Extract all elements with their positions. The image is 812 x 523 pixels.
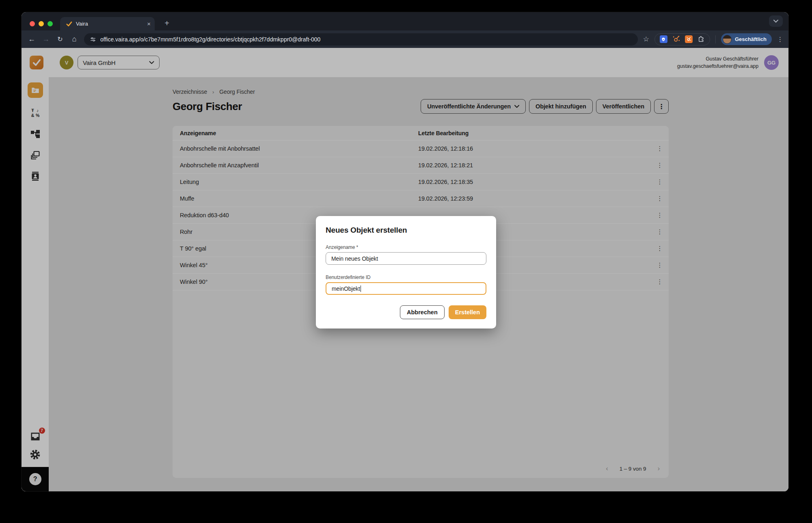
custom-id-label: Benutzerdefinierte ID bbox=[326, 274, 486, 280]
site-settings-icon bbox=[90, 36, 96, 43]
create-object-dialog: Neues Objekt erstellen Anzeigename * Mei… bbox=[316, 216, 496, 328]
profile-avatar bbox=[723, 35, 732, 44]
cancel-button[interactable]: Abbrechen bbox=[400, 305, 445, 319]
reload-button[interactable]: ↻ bbox=[56, 35, 65, 43]
forward-button[interactable]: → bbox=[41, 35, 50, 43]
profile-label: Geschäftlich bbox=[735, 36, 767, 42]
chevron-down-icon bbox=[773, 19, 778, 23]
tab-title: Vaira bbox=[76, 21, 143, 27]
browser-menu-kebab-icon[interactable]: ⋮ bbox=[777, 36, 783, 43]
extension-shield-icon[interactable] bbox=[660, 35, 667, 43]
extension-sprocket-icon[interactable] bbox=[672, 35, 680, 43]
minimize-window-button[interactable] bbox=[39, 21, 44, 26]
extension-orange-sprocket-icon[interactable] bbox=[685, 35, 693, 43]
browser-window: Vaira × + ← → ↻ ⌂ office.vaira.app/o/c7b… bbox=[22, 12, 788, 491]
text-caret bbox=[361, 285, 361, 292]
create-button[interactable]: Erstellen bbox=[449, 305, 486, 319]
pinned-extensions bbox=[654, 33, 710, 45]
maximize-window-button[interactable] bbox=[48, 21, 53, 26]
browser-profile-chip[interactable]: Geschäftlich bbox=[721, 33, 772, 45]
tab-strip: Vaira × + bbox=[22, 12, 788, 30]
vaira-favicon-icon bbox=[66, 21, 72, 27]
home-button[interactable]: ⌂ bbox=[70, 35, 79, 43]
url-text: office.vaira.app/o/c7be7mnm5f1rdro8tg2g/… bbox=[100, 36, 320, 43]
extensions-puzzle-icon[interactable] bbox=[698, 36, 705, 43]
vaira-app: V Vaira GmbH Gustav Geschäftsführer gust… bbox=[22, 48, 788, 491]
window-controls bbox=[30, 21, 53, 26]
bookmark-star-icon[interactable]: ☆ bbox=[643, 35, 649, 43]
address-bar[interactable]: office.vaira.app/o/c7be7mnm5f1rdro8tg2g/… bbox=[84, 33, 638, 45]
tab-close-icon[interactable]: × bbox=[147, 21, 151, 27]
new-tab-button[interactable]: + bbox=[161, 17, 173, 29]
back-button[interactable]: ← bbox=[27, 35, 36, 43]
close-window-button[interactable] bbox=[30, 21, 35, 26]
display-name-label: Anzeigename * bbox=[326, 244, 486, 250]
dialog-title: Neues Objekt erstellen bbox=[326, 226, 486, 235]
display-name-input[interactable]: Mein neues Objekt bbox=[326, 252, 486, 265]
tab-search-button[interactable] bbox=[769, 15, 783, 27]
custom-id-input[interactable]: meinObjekt bbox=[326, 282, 486, 295]
browser-toolbar: ← → ↻ ⌂ office.vaira.app/o/c7be7mnm5f1rd… bbox=[22, 30, 788, 48]
toolbar-divider bbox=[715, 35, 716, 43]
browser-tab[interactable]: Vaira × bbox=[60, 17, 155, 30]
